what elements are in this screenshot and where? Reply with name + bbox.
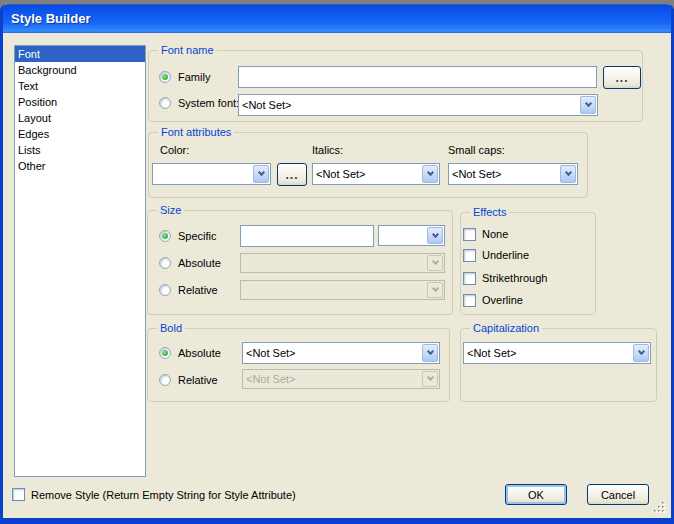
remove-style-label[interactable]: Remove Style (Return Empty String for St… xyxy=(31,489,296,502)
screen: Style Builder Font Background Text Posit… xyxy=(0,0,674,524)
title-bar[interactable]: Style Builder xyxy=(3,4,671,33)
small-caps-dropdown-button[interactable] xyxy=(560,165,576,183)
group-effects-title: Effects xyxy=(470,205,509,220)
italics-value: <Not Set> xyxy=(316,164,421,184)
list-item-lists[interactable]: Lists xyxy=(15,142,145,158)
italics-dropdown-button[interactable] xyxy=(422,165,438,183)
capitalization-dropdown-button[interactable] xyxy=(633,344,649,362)
chevron-down-icon xyxy=(257,169,264,176)
bold-relative-dropdown-button xyxy=(422,371,438,387)
size-relative-value xyxy=(244,281,426,299)
bold-relative-radio[interactable] xyxy=(159,374,171,386)
effects-underline-label[interactable]: Underline xyxy=(482,249,529,262)
family-browse-label: ... xyxy=(615,72,628,84)
color-combo[interactable] xyxy=(152,163,271,185)
group-font-name-title: Font name xyxy=(158,43,217,58)
size-relative-combo xyxy=(240,280,445,300)
color-value xyxy=(156,164,252,184)
effects-overline-label[interactable]: Overline xyxy=(482,294,523,307)
effects-none-checkbox[interactable] xyxy=(463,228,476,241)
italics-combo[interactable]: <Not Set> xyxy=(312,163,440,185)
bold-absolute-value: <Not Set> xyxy=(246,343,421,363)
effects-overline-checkbox[interactable] xyxy=(463,294,476,307)
color-dropdown-button[interactable] xyxy=(253,165,269,183)
size-absolute-radio[interactable] xyxy=(159,257,171,269)
ok-button-label: OK xyxy=(528,489,544,501)
size-unit-dropdown-button[interactable] xyxy=(427,227,443,244)
list-item-edges[interactable]: Edges xyxy=(15,126,145,142)
system-font-dropdown-button[interactable] xyxy=(580,96,596,114)
size-absolute-combo xyxy=(240,253,445,273)
size-absolute-dropdown-button xyxy=(427,255,443,271)
group-font-attributes-title: Font attributes xyxy=(158,125,234,140)
size-absolute-label[interactable]: Absolute xyxy=(178,252,221,274)
small-caps-combo[interactable]: <Not Set> xyxy=(448,163,578,185)
effects-strikethrough-checkbox[interactable] xyxy=(463,272,476,285)
size-specific-radio[interactable] xyxy=(159,230,171,242)
bold-absolute-radio[interactable] xyxy=(159,347,171,359)
system-font-radio-label[interactable]: System font: xyxy=(178,92,239,114)
list-item-background[interactable]: Background xyxy=(15,62,145,78)
chevron-down-icon xyxy=(564,169,571,176)
size-specific-label[interactable]: Specific xyxy=(178,225,217,247)
chevron-down-icon xyxy=(431,285,438,292)
italics-label: Italics: xyxy=(312,144,343,156)
group-effects: Effects xyxy=(460,212,596,315)
size-specific-input[interactable] xyxy=(240,225,374,247)
small-caps-value: <Not Set> xyxy=(452,164,559,184)
bold-absolute-combo[interactable]: <Not Set> xyxy=(242,342,440,364)
chevron-down-icon xyxy=(584,100,591,107)
system-font-value: <Not Set> xyxy=(242,95,579,115)
system-font-combo[interactable]: <Not Set> xyxy=(238,94,598,116)
group-bold-title: Bold xyxy=(157,321,185,336)
effects-strikethrough-label[interactable]: Strikethrough xyxy=(482,272,547,285)
window-title: Style Builder xyxy=(11,4,90,33)
list-item-other[interactable]: Other xyxy=(15,158,145,174)
size-relative-label[interactable]: Relative xyxy=(178,279,218,301)
size-relative-radio[interactable] xyxy=(159,284,171,296)
size-relative-dropdown-button xyxy=(427,282,443,298)
group-capitalization-title: Capitalization xyxy=(470,321,542,336)
bold-absolute-dropdown-button[interactable] xyxy=(422,344,438,362)
cancel-button[interactable]: Cancel xyxy=(587,484,649,505)
chevron-down-icon xyxy=(426,169,433,176)
resize-grip[interactable] xyxy=(654,502,667,515)
color-label: Color: xyxy=(160,144,189,156)
color-browse-button[interactable]: ... xyxy=(277,163,307,186)
group-size-title: Size xyxy=(157,203,184,218)
effects-underline-checkbox[interactable] xyxy=(463,249,476,262)
list-item-text[interactable]: Text xyxy=(15,78,145,94)
size-unit-combo[interactable] xyxy=(378,225,445,246)
group-capitalization: Capitalization xyxy=(460,328,657,402)
effects-none-label[interactable]: None xyxy=(482,228,508,241)
cancel-button-label: Cancel xyxy=(601,489,635,501)
capitalization-value: <Not Set> xyxy=(467,343,632,363)
capitalization-combo[interactable]: <Not Set> xyxy=(463,342,651,364)
bold-absolute-label[interactable]: Absolute xyxy=(178,342,221,364)
bold-relative-combo: <Not Set> xyxy=(242,369,440,389)
family-radio[interactable] xyxy=(159,71,171,83)
remove-style-checkbox[interactable] xyxy=(12,488,25,501)
ok-button[interactable]: OK xyxy=(505,484,567,505)
bold-relative-value: <Not Set> xyxy=(246,370,421,388)
family-input[interactable] xyxy=(238,66,597,88)
dialog-body: Font Background Text Position Layout Edg… xyxy=(3,33,671,518)
family-browse-button[interactable]: ... xyxy=(603,66,641,89)
chevron-down-icon xyxy=(426,374,433,381)
list-item-layout[interactable]: Layout xyxy=(15,110,145,126)
category-list[interactable]: Font Background Text Position Layout Edg… xyxy=(14,45,146,477)
family-radio-label[interactable]: Family xyxy=(178,66,210,88)
style-builder-dialog: Style Builder Font Background Text Posit… xyxy=(0,4,674,524)
chevron-down-icon xyxy=(426,348,433,355)
bold-relative-label[interactable]: Relative xyxy=(178,369,218,391)
chevron-down-icon xyxy=(431,230,438,237)
small-caps-label: Small caps: xyxy=(448,144,505,156)
chevron-down-icon xyxy=(431,258,438,265)
size-unit-value xyxy=(382,226,426,245)
system-font-radio[interactable] xyxy=(159,97,171,109)
list-item-position[interactable]: Position xyxy=(15,94,145,110)
color-browse-label: ... xyxy=(285,169,298,181)
list-item-font[interactable]: Font xyxy=(15,46,145,62)
size-absolute-value xyxy=(244,254,426,272)
chevron-down-icon xyxy=(637,348,644,355)
